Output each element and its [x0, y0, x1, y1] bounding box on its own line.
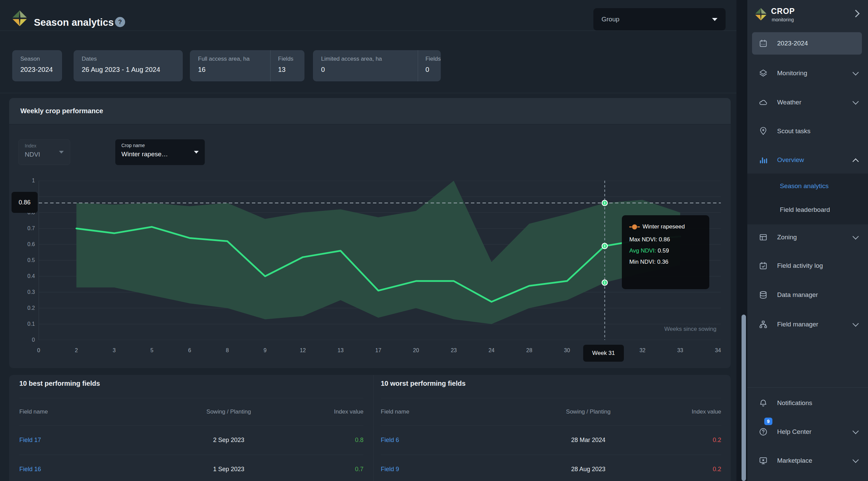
index-select-value: NDVI	[25, 151, 64, 158]
help-center-badge: 9	[764, 418, 772, 425]
limited-access-fields-value: 0	[426, 66, 441, 74]
help-icon[interactable]: ?	[115, 17, 125, 27]
stats-bar: Season 2023-2024 Dates 26 Aug 2023 - 1 A…	[0, 31, 736, 93]
winter-rapeseed-series-icon	[629, 224, 640, 229]
x-tick-label: 24	[489, 347, 495, 354]
x-tick-label: 13	[337, 347, 343, 354]
sidebar-item-zoning[interactable]: Zoning	[747, 227, 868, 247]
sidebar-item-notifications[interactable]: Notifications	[747, 393, 868, 413]
index-select[interactable]: Index NDVI	[18, 139, 70, 165]
y-tick-label: 1	[14, 178, 35, 184]
limited-access-fields-label: Fields	[426, 56, 441, 62]
ndvi-chart-plot[interactable]	[39, 181, 721, 340]
bar-chart-icon	[759, 156, 768, 164]
worst-fields-header-row: Field name Sowing / Planting Index value	[381, 398, 721, 426]
x-tick-label: 12	[300, 347, 306, 354]
crop-monitoring-logo-icon	[10, 9, 29, 28]
x-tick-label: 0	[37, 347, 40, 354]
season-stat-card: Season 2023-2024	[12, 50, 62, 81]
x-tick-label: 23	[451, 347, 457, 354]
question-circle-icon	[759, 427, 768, 436]
chevron-down-icon	[194, 151, 199, 154]
week-31-label: Week 31	[583, 345, 624, 362]
overview-submenu: Season analytics Field leaderboard	[747, 174, 868, 224]
tooltip-min-row: Min NDVI: 0.36	[629, 259, 702, 265]
y-tick-label: 0.5	[14, 257, 35, 263]
y-tick-label: 0	[14, 337, 35, 343]
table-row: Field 172 Sep 20230.8	[19, 426, 363, 455]
group-dropdown[interactable]: Group	[593, 8, 726, 31]
sowing-date: 28 Mar 2024	[510, 437, 667, 444]
app-root: Season analytics ? Group Season 2023-202…	[0, 0, 868, 481]
sidebar-item-marketplace[interactable]: Marketplace	[747, 451, 868, 470]
sidebar-item-data-manager[interactable]: Data manager	[747, 285, 868, 305]
dates-stat-value: 26 Aug 2023 - 1 Aug 2024	[82, 66, 175, 74]
field-link[interactable]: Field 6	[381, 437, 399, 443]
sidebar-subitem-season-analytics[interactable]: Season analytics	[780, 181, 829, 191]
index-select-label: Index	[25, 143, 64, 148]
field-link[interactable]: Field 9	[381, 466, 399, 473]
bell-icon	[759, 399, 768, 407]
full-access-area-label: Full access area, ha	[198, 56, 270, 62]
max-reference-label: 0.86	[12, 192, 38, 213]
logo-subtitle: monitoring	[772, 17, 794, 22]
chevron-down-icon	[852, 320, 859, 326]
x-tick-label: 3	[113, 347, 116, 354]
sowing-date: 1 Sep 2023	[148, 466, 309, 473]
full-access-area-value: 16	[198, 66, 270, 74]
x-tick-label: 32	[639, 347, 646, 354]
chevron-down-icon	[712, 18, 717, 21]
limited-access-area-value: 0	[321, 66, 418, 74]
cloud-icon	[759, 98, 768, 107]
season-stat-value: 2023-2024	[20, 66, 54, 74]
zoning-grid-icon	[759, 233, 768, 242]
sidebar-item-weather[interactable]: Weather	[747, 93, 868, 112]
field-link[interactable]: Field 17	[19, 437, 41, 443]
full-access-fields-value: 13	[278, 66, 304, 74]
sidebar-item-monitoring[interactable]: Monitoring	[747, 63, 868, 83]
calendar-check-icon	[759, 261, 768, 270]
sidebar: CROP monitoring 2023-2024 Monitoring Wea…	[747, 0, 868, 481]
crop-monitoring-logo-icon	[753, 7, 768, 22]
worst-fields-table: 10 worst performing fields Field name So…	[373, 375, 731, 481]
y-tick-label: 0.6	[14, 241, 35, 247]
min-max-band	[76, 181, 680, 324]
sidebar-item-season[interactable]: 2023-2024	[752, 32, 862, 55]
sidebar-collapse-icon[interactable]	[852, 10, 860, 18]
worst-fields-title: 10 worst performing fields	[381, 375, 721, 394]
crop-name-select[interactable]: Crop name Winter rapese…	[115, 139, 205, 165]
sidebar-item-field-activity-log[interactable]: Field activity log	[747, 256, 868, 276]
y-tick-label: 0.4	[14, 273, 35, 279]
chevron-down-icon	[852, 233, 859, 239]
weekly-crop-performance-card: Weekly crop performance Index NDVI Crop …	[9, 98, 731, 368]
full-access-stat-card: Full access area, ha 16 Fields 13	[190, 50, 304, 81]
sidebar-item-field-manager[interactable]: Field manager	[747, 315, 868, 334]
logo-title: CROP	[771, 7, 795, 16]
y-tick-label: 0.2	[14, 305, 35, 311]
limited-access-stat-card: Limited access area, ha 0 Fields 0	[313, 50, 441, 81]
x-tick-label: 28	[526, 347, 532, 354]
sidebar-item-welcome-tour[interactable]: Welcome tour	[747, 476, 868, 481]
sidebar-item-overview[interactable]: Overview	[747, 150, 868, 170]
index-value: 0.2	[667, 437, 721, 444]
field-link[interactable]: Field 16	[19, 466, 41, 473]
scrollbar-track[interactable]	[736, 0, 747, 481]
sidebar-subitem-field-leaderboard[interactable]: Field leaderboard	[780, 205, 830, 215]
sidebar-item-label: 2023-2024	[777, 40, 808, 47]
index-value: 0.8	[309, 437, 363, 444]
sidebar-divider	[747, 387, 868, 388]
chevron-down-icon	[852, 98, 859, 104]
x-tick-label: 5	[150, 347, 153, 354]
tooltip-max-row: Max NDVI: 0.86	[629, 236, 702, 243]
season-stat-label: Season	[20, 56, 54, 62]
x-tick-label: 20	[413, 347, 419, 354]
sidebar-logo: CROP monitoring	[747, 0, 868, 31]
y-tick-label: 0.7	[14, 225, 35, 232]
sidebar-item-scout-tasks[interactable]: Scout tasks	[747, 121, 868, 141]
scrollbar-thumb[interactable]	[742, 315, 746, 481]
sowing-date: 2 Sep 2023	[148, 437, 309, 444]
table-row: Field 928 Aug 20230.2	[381, 455, 721, 481]
crop-select-label: Crop name	[121, 143, 199, 148]
best-fields-header-row: Field name Sowing / Planting Index value	[19, 398, 363, 426]
chart-tooltip: Winter rapeseed Max NDVI: 0.86 Avg NDVI:…	[622, 215, 709, 289]
